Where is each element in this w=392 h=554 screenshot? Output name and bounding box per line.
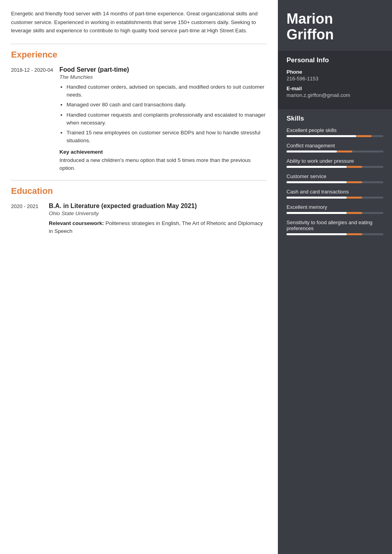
skill-bar-fill [287, 212, 347, 214]
entry-date: 2018-12 - 2020-04 [11, 66, 53, 172]
summary-text: Energetic and friendly food server with … [11, 9, 267, 35]
edu-content: B.A. in Literature (expected graduation … [49, 203, 267, 236]
skill-bar-background [287, 135, 383, 137]
education-entry: 2020 - 2021B.A. in Literature (expected … [11, 203, 267, 236]
skill-bar-fill [287, 181, 347, 183]
skills-block: Skills Excellent people skillsConflict m… [278, 109, 392, 248]
skill-bar-fill [287, 166, 347, 168]
skill-item: Sensitivity to food allergies and eating… [287, 219, 383, 235]
left-panel: Energetic and friendly food server with … [0, 0, 278, 554]
personal-info-title: Personal Info [287, 56, 383, 64]
education-list: 2020 - 2021B.A. in Literature (expected … [11, 203, 267, 236]
skill-bar-background [287, 212, 383, 214]
skill-item: Excellent people skills [287, 127, 383, 137]
bullet-item: Handled customer requests and complaints… [67, 111, 267, 127]
skill-item: Ability to work under pressure [287, 158, 383, 168]
skills-title: Skills [287, 115, 383, 123]
bullet-item: Handled customer orders, advised on spec… [67, 83, 267, 99]
skill-bar-fill [287, 233, 347, 235]
skill-bar-background [287, 181, 383, 183]
skill-item: Customer service [287, 173, 383, 183]
edu-title: B.A. in Literature (expected graduation … [49, 203, 267, 210]
experience-entry: 2018-12 - 2020-04Food Server (part-time)… [11, 66, 267, 172]
skill-item: Excellent memory [287, 204, 383, 214]
skill-bar-fill [287, 135, 356, 137]
skill-bar-background [287, 166, 383, 168]
skill-name: Sensitivity to food allergies and eating… [287, 219, 383, 231]
education-divider [11, 180, 267, 180]
skill-name: Conflict management [287, 143, 383, 149]
first-name: Marion [287, 11, 383, 27]
skill-bar-fill [287, 197, 347, 199]
skill-bar-fill [287, 151, 337, 152]
key-achievement-text: Introduced a new children's menu option … [59, 156, 267, 173]
education-section-title: Education [11, 186, 267, 196]
entry-company: The Munchies [59, 74, 267, 80]
skill-bar-background [287, 197, 383, 199]
skill-bar-accent [347, 212, 362, 214]
edu-school: Ohio State University [49, 210, 267, 216]
bullet-item: Trained 15 new employees on customer ser… [67, 129, 267, 145]
bullet-item: Managed over 80 cash and card transactio… [67, 101, 267, 109]
skills-list: Excellent people skillsConflict manageme… [287, 127, 383, 235]
skill-bar-accent [337, 151, 352, 152]
skill-name: Customer service [287, 173, 383, 179]
experience-section-title: Experience [11, 50, 267, 60]
key-achievement-label: Key achievement [59, 149, 267, 155]
skill-bar-background [287, 233, 383, 235]
skill-bar-accent [347, 181, 362, 183]
entry-content: Food Server (part-time)The MunchiesHandl… [59, 66, 267, 172]
resume-container: Energetic and friendly food server with … [0, 0, 392, 554]
phone-label: Phone [287, 69, 383, 75]
name-block: Marion Griffon [278, 0, 392, 51]
email-value: marion.z.girffon@gmail.com [287, 92, 383, 98]
skill-bar-accent [356, 135, 372, 137]
relevant-coursework: Relevant coursework: Politeness strategi… [49, 219, 267, 236]
skill-bar-accent [347, 197, 362, 199]
experience-divider [11, 44, 267, 44]
email-label: E-mail [287, 86, 383, 91]
skill-name: Ability to work under pressure [287, 158, 383, 164]
edu-date: 2020 - 2021 [11, 203, 43, 236]
skill-bar-accent [347, 233, 362, 235]
phone-value: 216-596-1153 [287, 76, 383, 82]
skill-bar-background [287, 151, 383, 152]
skill-item: Conflict management [287, 143, 383, 152]
skill-name: Cash and card transactions [287, 189, 383, 195]
skill-name: Excellent people skills [287, 127, 383, 133]
entry-title: Food Server (part-time) [59, 66, 267, 73]
last-name: Griffon [287, 27, 383, 43]
skill-name: Excellent memory [287, 204, 383, 210]
right-panel: Marion Griffon Personal Info Phone 216-5… [278, 0, 392, 554]
experience-list: 2018-12 - 2020-04Food Server (part-time)… [11, 66, 267, 172]
personal-info-block: Personal Info Phone 216-596-1153 E-mail … [278, 51, 392, 109]
skill-bar-accent [347, 166, 362, 168]
entry-bullets: Handled customer orders, advised on spec… [59, 83, 267, 145]
skill-item: Cash and card transactions [287, 189, 383, 199]
